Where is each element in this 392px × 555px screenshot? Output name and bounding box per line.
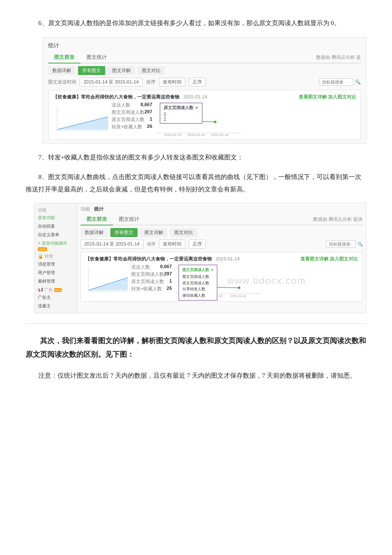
ss2-breadcrumb-func: 功能	[81, 206, 90, 212]
ss2-tabs-row: 图文群发 图文统计 数据由 腾讯云分析 提供	[81, 214, 363, 225]
ss2-stat2-value: 297	[164, 271, 172, 278]
ss2-article-date: 2015-01-14	[216, 256, 239, 261]
ss1-filter-label2: 排序	[146, 79, 156, 85]
ss2-filter-label-sort: 排序	[147, 241, 156, 247]
ss2-manage-header: 🔒 管理	[35, 252, 77, 260]
svg-text:2015-01-14: 2015-01-14	[164, 133, 182, 136]
ss2-breadcrumb-stat: 统计	[94, 206, 104, 212]
ss2-main: 功能 统计 图文群发 图文统计 数据由 腾讯云分析 提供 数据详解 所有图文 图…	[77, 203, 366, 313]
ss1-stat4-label: 转发+收藏人数	[112, 124, 142, 130]
ss2-sidebar-traffic[interactable]: 流量主	[35, 302, 77, 310]
ss1-stat2-value: 297	[144, 109, 152, 116]
ss1-filter-row: 图文发送时间 2015-01-14 至 2015-01-14 排序 发布时间 正…	[48, 78, 361, 87]
ss2-ads-header: 📢 广告 new	[35, 286, 77, 293]
ss2-main-chart: www.bdocx.com 图文页阅读人数 ∨ 图文页阅读人数 原文页阅读人数 …	[175, 264, 358, 298]
ss2-sidebar-custom-menu[interactable]: 自定义菜单	[35, 231, 77, 239]
ss2-chart-svg	[85, 264, 128, 294]
screenshot-1: 统计 图文群发 图文统计 数据由 腾讯云分析 提 数据详解 所有图文 图文详解 …	[43, 37, 366, 144]
ss1-subtab-graphic-detail[interactable]: 图文详解	[108, 66, 135, 75]
ss1-tooltip-val2: 1	[164, 117, 199, 121]
ss2-stat4-value: 26	[167, 286, 172, 292]
ss2-sidebar-advertiser[interactable]: 广告主	[35, 293, 77, 302]
ss2-search-input[interactable]	[326, 240, 356, 248]
paragraph-2: 7、转发+收藏人数是指你发送的图文有多少人转发这条图文和收藏图文；	[26, 151, 366, 164]
paragraph-5: 注意：仅统计图文发出后 7 天内的数据，且仅有最近 7 天内的图文才保存数据，7…	[26, 370, 366, 382]
ss1-main-chart: 原文页阅读人数 ∨ 2 1 2015-01-14 2015-01-16 2015…	[156, 102, 356, 136]
ss2-tooltip: 图文页阅读人数 ∨ 图文页阅读人数 原文页阅读人数 分享转发人数 微信收藏人数	[179, 265, 217, 301]
ss2-subtab-detail[interactable]: 数据详解	[81, 228, 108, 237]
divider	[26, 324, 366, 324]
ss2-filter-order[interactable]: 正序	[189, 240, 206, 249]
ss2-stat3-label: 原文页阅读人数	[131, 278, 164, 285]
ss2-article-row: 【饮食健康】常吃会死得快的八大食物，一定要远离这些食物 2015-01-14 查…	[81, 252, 363, 302]
ss1-subtabs: 数据详解 所有图文 图文详解 图文对比	[48, 66, 361, 75]
ss2-sidebar-user-manage[interactable]: 用户管理	[35, 269, 77, 277]
paragraph-3: 8、图文页阅读人数曲线，点击图文页阅读人数链接可以查看其他的曲线（见下图），一般…	[26, 171, 366, 195]
ss2-filter-row: 2015-01-14 至 2015-01-14 排序 发布时间 正序 🔍	[81, 240, 363, 249]
paragraph-4-bold: 其次，我们来看看图文的详解，解析图文页阅读人数和原文页阅读人数的区别？以及原文页…	[26, 334, 366, 362]
ss1-subtab-compare[interactable]: 图文对比	[138, 66, 165, 75]
ss2-search-icon: 🔍	[357, 242, 363, 246]
ss1-article-row: 【饮食健康】常吃会死得快的八大食物，一定要远离这些食物 2015-01-14 查…	[48, 90, 361, 140]
ss1-filter-label1: 图文发送时间	[48, 79, 76, 85]
ss1-stat1-label: 送达人数	[112, 102, 130, 108]
ss2-filter-sort[interactable]: 发布时间	[159, 240, 185, 249]
ss2-filter-date[interactable]: 2015-01-14 至 2015-01-14	[81, 240, 144, 249]
ss1-tooltip-val1: 2	[164, 112, 199, 117]
svg-text:2015-01-16: 2015-01-16	[187, 133, 205, 136]
ss1-tabs-row: 图文群发 图文统计 数据由 腾讯云分析 提	[48, 52, 361, 64]
ss1-article-links[interactable]: 查看图文详解 加入图文对比	[299, 94, 356, 100]
ss2-article-stats: 送达人数 8,667 图文页阅读人数 297 原文页阅读人数 1 转发+收藏	[131, 264, 172, 293]
ss2-sidebar-msg-manage[interactable]: 消息管理	[35, 260, 77, 269]
ss2-stat1-label: 送达人数	[131, 264, 150, 270]
ss2-tooltip-item2: 原文页阅读人数	[182, 280, 213, 286]
ss1-search-input[interactable]	[319, 78, 353, 86]
ss2-func-header: 功能	[35, 206, 77, 214]
ss1-stat2-label: 图文页阅读人数	[112, 109, 144, 116]
ss1-subtab-detail[interactable]: 数据详解	[48, 66, 75, 75]
ss1-stat4-value: 26	[147, 124, 152, 130]
ss1-stat1-value: 8,667	[141, 102, 153, 108]
ss2-stat3-value: 1	[169, 278, 172, 285]
ss2-tooltip-item3: 分享转发人数	[182, 286, 213, 292]
ss1-search-icon: 🔍	[355, 79, 361, 85]
svg-text:2015-01-18: 2015-01-18	[211, 133, 228, 136]
ss1-tooltip-title: 原文页阅读人数 ∨	[164, 105, 199, 111]
ss2-stat2-label: 图文页阅读人数	[131, 271, 164, 278]
svg-point-15	[238, 286, 240, 289]
ss2-sidebar: 功能 群发功能 自动回复 自定义菜单 + 添加功能插件 new 🔒 管理 消息管…	[35, 203, 77, 313]
ss1-chart-svg	[53, 102, 108, 134]
ss1-stat3-value: 1	[150, 116, 152, 123]
ss2-sidebar-auto-reply[interactable]: 自动回复	[35, 222, 77, 231]
ss2-stat4-label: 转发+收藏人数	[131, 286, 162, 292]
ss2-tooltip-item4: 微信收藏人数	[182, 292, 213, 298]
ss2-article-title: 【饮食健康】常吃会死得快的八大食物，一定要远离这些食物 2015-01-14 查…	[85, 256, 358, 262]
ss1-filter-date[interactable]: 2015-01-14 至 2015-01-14	[80, 78, 143, 87]
ss1-tooltip: 原文页阅读人数 ∨ 2 1	[160, 103, 202, 124]
paragraph-4-text: 其次，我们来看看图文的详解，解析图文页阅读人数和原文页阅读人数的区别？以及原文页…	[26, 337, 366, 358]
ss1-tab-graphic-stats[interactable]: 图文统计	[81, 52, 113, 64]
ss1-article-stats: 送达人数 8,667 图文页阅读人数 297 原文页阅读人数 1 转发+收藏人数…	[112, 102, 152, 131]
paragraph-1: 6、原文页阅读人数指的是你添加的原文链接有多少人看过，如果没有加，那么原文页阅读…	[26, 17, 366, 29]
ss2-tooltip-title: 图文页阅读人数 ∨	[182, 267, 213, 273]
ss2-subtabs: 数据详解 所有图文 图文详解 图文对比	[81, 228, 363, 237]
ss1-filter-sort[interactable]: 发布时间	[159, 78, 185, 87]
ss1-title: 统计	[48, 42, 361, 49]
ss2-sidebar-group-send[interactable]: 群发功能	[35, 214, 77, 222]
ss1-data-source: 数据由 腾讯云分析 提	[316, 54, 361, 61]
ss2-subtab-all[interactable]: 所有图文	[110, 228, 138, 237]
ss1-article-title: 【饮食健康】常吃会死得快的八大食物，一定要远离这些食物 2015-01-14 查…	[53, 94, 356, 100]
ss2-tab-graphic-stats[interactable]: 图文统计	[113, 214, 145, 225]
svg-point-5	[214, 121, 216, 123]
ss2-stat1-value: 8,667	[160, 264, 172, 270]
ss2-sidebar-asset-manage[interactable]: 素材管理	[35, 277, 77, 286]
ss1-filter-order[interactable]: 正序	[189, 78, 206, 87]
ss2-tab-graphic-send[interactable]: 图文群发	[81, 214, 113, 225]
ss2-subtab-graphic-detail[interactable]: 图文详解	[140, 228, 167, 237]
ss2-data-source: 数据由 腾讯云分析 提供	[313, 216, 363, 223]
ss1-subtab-all[interactable]: 所有图文	[78, 66, 105, 75]
ss2-subtab-compare[interactable]: 图文对比	[170, 228, 197, 237]
ss2-sidebar-add-plugin[interactable]: + 添加功能插件 new	[35, 239, 77, 252]
ss1-tab-graphic-send[interactable]: 图文群发	[48, 52, 81, 64]
ss2-article-links[interactable]: 查看图文详解 加入图文对比	[300, 256, 358, 262]
